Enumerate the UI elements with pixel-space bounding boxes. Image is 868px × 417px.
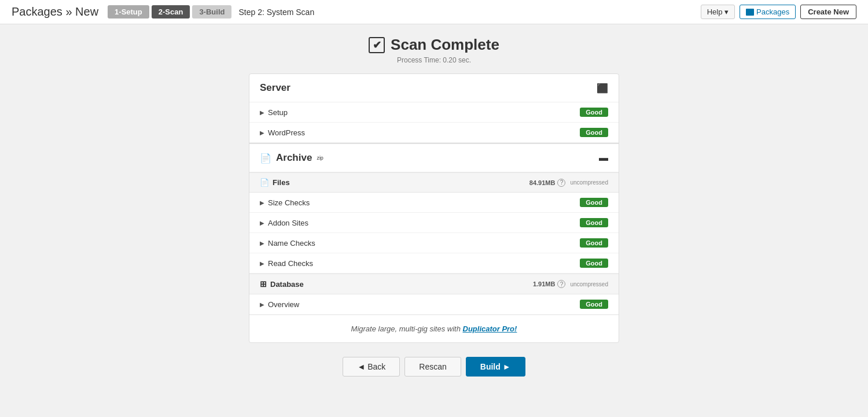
top-bar: Packages » New 1-Setup 2-Scan 3-Build St…: [0, 0, 868, 24]
arrow-icon: ▶: [260, 240, 264, 246]
archive-section-title: 📄 Archivezip: [260, 152, 323, 164]
main-content: ✔ Scan Complete Process Time: 0.20 sec. …: [0, 24, 868, 388]
name-checks-row: ▶ Name Checks Good: [249, 233, 619, 253]
database-subsection-header: ⊞ Database 1.91MB ? uncompressed: [249, 274, 619, 294]
database-help-icon[interactable]: ?: [557, 280, 565, 288]
page-title: Packages » New: [12, 5, 98, 19]
arrow-icon: ▶: [260, 200, 264, 206]
archive-icon-right: ▬: [599, 153, 608, 163]
size-checks-row: ▶ Size Checks Good: [249, 193, 619, 213]
files-help-icon[interactable]: ?: [557, 179, 565, 187]
addon-sites-badge: Good: [580, 218, 608, 227]
arrow-icon: ▶: [260, 109, 264, 116]
step-wizard: 1-Setup 2-Scan 3-Build Step 2: System Sc…: [108, 5, 314, 19]
read-checks-badge: Good: [580, 259, 608, 268]
arrow-icon: ▶: [260, 130, 264, 136]
promo-row: Migrate large, multi-gig sites with Dupl…: [249, 315, 619, 342]
back-button[interactable]: ◄ Back: [343, 357, 400, 377]
process-time: Process Time: 0.20 sec.: [369, 56, 499, 64]
name-checks-badge: Good: [580, 238, 608, 248]
step-description: Step 2: System Scan: [238, 8, 314, 17]
step2-button[interactable]: 2-Scan: [152, 5, 190, 19]
scan-results-card: Server ⬛ ▶ Setup Good ▶ WordPress Good 📄…: [249, 73, 619, 343]
server-icon-right: ⬛: [597, 83, 608, 94]
read-checks-row: ▶ Read Checks Good: [249, 253, 619, 274]
step3-button[interactable]: 3-Build: [192, 5, 231, 19]
wordpress-status-badge: Good: [580, 128, 608, 137]
arrow-icon: ▶: [260, 301, 264, 308]
archive-section-header: 📄 Archivezip ▬: [249, 144, 619, 172]
packages-link-button[interactable]: Packages: [740, 5, 796, 19]
database-size: 1.91MB ? uncompressed: [533, 280, 608, 288]
database-icon: ⊞: [260, 279, 267, 289]
build-button[interactable]: Build ►: [466, 357, 525, 377]
server-setup-row: ▶ Setup Good: [249, 102, 619, 123]
footer-buttons: ◄ Back Rescan Build ►: [343, 357, 525, 377]
duplicator-pro-link[interactable]: Duplicator Pro!: [463, 324, 517, 333]
top-bar-right: Help ▾ Packages Create New: [701, 5, 856, 19]
step1-button[interactable]: 1-Setup: [108, 5, 149, 19]
addon-sites-row: ▶ Addon Sites Good: [249, 213, 619, 233]
server-section-header: Server ⬛: [249, 74, 619, 102]
create-new-button[interactable]: Create New: [800, 5, 856, 19]
arrow-icon: ▶: [260, 260, 264, 267]
top-bar-left: Packages » New 1-Setup 2-Scan 3-Build St…: [12, 5, 314, 19]
scan-complete-header: ✔ Scan Complete Process Time: 0.20 sec.: [369, 36, 499, 64]
server-wordpress-row: ▶ WordPress Good: [249, 123, 619, 143]
files-size: 84.91MB ? uncompressed: [529, 179, 608, 187]
server-section-title: Server: [260, 82, 290, 94]
files-subsection-header: 📄 Files 84.91MB ? uncompressed: [249, 172, 619, 193]
rescan-button[interactable]: Rescan: [404, 357, 461, 377]
scan-complete-title: ✔ Scan Complete: [369, 36, 499, 54]
overview-row: ▶ Overview Good: [249, 294, 619, 315]
check-icon: ✔: [369, 37, 385, 53]
files-icon: 📄: [260, 178, 269, 187]
arrow-icon: ▶: [260, 220, 264, 226]
packages-icon: [746, 9, 754, 16]
help-button[interactable]: Help ▾: [701, 5, 735, 19]
overview-badge: Good: [580, 300, 608, 309]
archive-file-icon: 📄: [260, 153, 271, 164]
size-checks-badge: Good: [580, 198, 608, 207]
setup-status-badge: Good: [580, 108, 608, 117]
